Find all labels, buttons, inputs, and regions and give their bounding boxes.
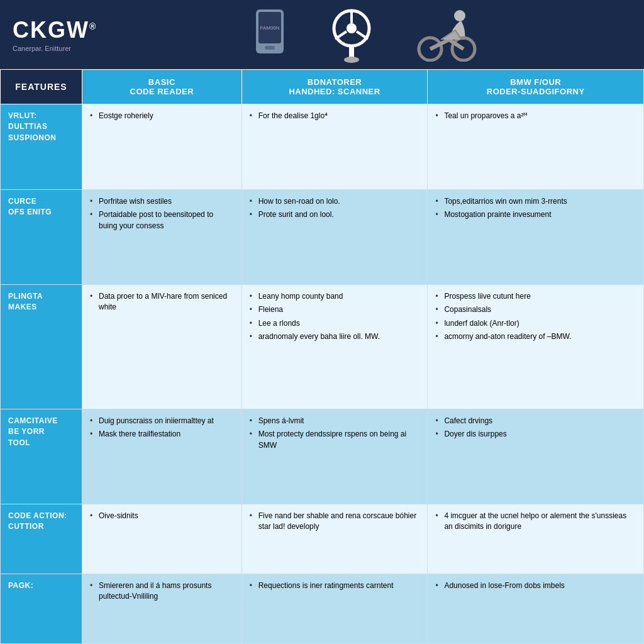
list-item: 4 imcguer at the ucnel helpo or alement …: [435, 511, 636, 533]
data-cell-3: Cafect drvingsDoyer dis isurppes: [428, 409, 644, 504]
bullet-list: Adunosed in lose-From dobs imbels: [435, 580, 636, 591]
list-item: Leany homp county band: [250, 291, 420, 302]
header-icons: FAM00N: [97, 6, 631, 63]
bullet-list: Five nand ber shable and rena corscaue b…: [250, 511, 420, 533]
bullet-list: Prospess liive cutunt hereCopasinalsalsl…: [435, 291, 636, 343]
table-row: PAGK:Smiereren and il á hams prosunts pu…: [1, 574, 644, 643]
data-cell-2: Leany homp county bandFleienaLee a rlond…: [242, 284, 428, 409]
data-cell-3: Tops,editarrios win own mim 3-rrentsMost…: [428, 189, 644, 284]
list-item: Porfritae wish sestiles: [90, 196, 234, 207]
table-row: CODE ACTION: CUTTIOROive-sidnitsFive nan…: [1, 504, 644, 574]
comparison-table: FEATURES BASIC CODE READER BDNATORER HAN…: [0, 69, 644, 644]
list-item: Doyer dis isurppes: [435, 429, 636, 440]
list-item: Adunosed in lose-From dobs imbels: [435, 580, 636, 591]
bullet-list: Tops,editarrios win own mim 3-rrentsMost…: [435, 196, 636, 221]
list-item: Mostogation prainte invesument: [435, 209, 636, 220]
bullet-list: Spens á-lvmitMost protecty dendssipre rs…: [250, 416, 420, 451]
bullet-list: Duig punscraiss on iniiermalttey atMask …: [90, 416, 234, 440]
list-item: Teal un proparoves a a²ᴹ: [435, 111, 636, 121]
list-item: Data proer to a MIV-hare from seniced wh…: [90, 291, 234, 313]
table-body: VRLUT: DULTTIAS SUSPIONONEostge roheriel…: [1, 104, 644, 644]
list-item: For the dealise 1glo⁴: [250, 111, 420, 121]
svg-text:FAM00N: FAM00N: [260, 25, 280, 31]
bullet-list: Eostge roheriely: [90, 111, 234, 121]
list-item: Most protecty dendssipre rspens on being…: [250, 429, 420, 451]
list-item: Prote surit and on lool.: [250, 209, 420, 220]
data-cell-3: Prospess liive cutunt hereCopasinalsalsl…: [428, 284, 644, 409]
bullet-list: Smiereren and il á hams prosunts pultect…: [90, 580, 234, 602]
data-cell-1: Data proer to a MIV-hare from seniced wh…: [82, 284, 242, 409]
svg-point-10: [344, 57, 359, 63]
table-header-row: FEATURES BASIC CODE READER BDNATORER HAN…: [1, 70, 644, 104]
feature-cell: CAMCITAIVE BE YORR TOOL: [1, 409, 82, 504]
data-cell-2: How to sen-road on lolo.Prote surit and …: [242, 189, 428, 284]
bullet-list: Teal un proparoves a a²ᴹ: [435, 111, 636, 121]
page: CKGW® Canerpar. Enitturer FAM00N: [0, 0, 644, 644]
list-item: Cafect drvings: [435, 416, 636, 426]
handheld-scanner-icon: [326, 6, 377, 63]
device-svg: FAM00N: [251, 8, 289, 62]
bullet-list: Data proer to a MIV-hare from seniced wh…: [90, 291, 234, 313]
basic-code-reader-icon: FAM00N: [251, 8, 289, 62]
list-item: Copasinalsals: [435, 304, 636, 315]
bullet-list: Porfritae wish sestilesPortaidable post …: [90, 196, 234, 231]
bullet-list: Cafect drvingsDoyer dis isurppes: [435, 416, 636, 440]
list-item: aradnomaly every baha liire oll. MW.: [250, 331, 420, 342]
list-item: How to sen-road on lolo.: [250, 196, 420, 207]
data-cell-1: Smiereren and il á hams prosunts pultect…: [82, 574, 242, 643]
list-item: Oive-sidnits: [90, 511, 234, 521]
col-header-3: BMW F/OUR RODER-SUADGIFORNY: [428, 70, 644, 104]
list-item: Mask there trailfiestation: [90, 429, 234, 440]
list-item: Portaidable post to beensitoped to buing…: [90, 209, 234, 231]
list-item: Spens á-lvmit: [250, 416, 420, 426]
data-cell-3: 4 imcguer at the ucnel helpo or alement …: [428, 504, 644, 574]
data-cell-1: Eostge roheriely: [82, 104, 242, 190]
logo: CKGW®: [13, 17, 97, 43]
feature-cell: CURCE OFS ENITG: [1, 189, 82, 284]
header: CKGW® Canerpar. Enitturer FAM00N: [0, 0, 644, 69]
list-item: Duig punscraiss on iniiermalttey at: [90, 416, 234, 426]
col-header-1: BASIC CODE READER: [82, 70, 242, 104]
feature-cell: PLINGTA MAKES: [1, 284, 82, 409]
list-item: Smiereren and il á hams prosunts pultect…: [90, 580, 234, 602]
svg-rect-3: [265, 46, 275, 50]
logo-sub: Canerpar. Enitturer: [13, 45, 97, 52]
svg-point-11: [454, 10, 465, 21]
data-cell-3: Adunosed in lose-From dobs imbels: [428, 574, 644, 643]
data-cell-1: Duig punscraiss on iniiermalttey atMask …: [82, 409, 242, 504]
list-item: Lee a rlonds: [250, 318, 420, 329]
data-cell-2: Five nand ber shable and rena corscaue b…: [242, 504, 428, 574]
list-item: lunderf dalok (Anr-tlor): [435, 318, 636, 329]
svg-point-5: [347, 23, 357, 33]
bullet-list: How to sen-road on lolo.Prote surit and …: [250, 196, 420, 221]
moto-svg: [414, 8, 477, 62]
list-item: acmorny and-aton readitery of –BMW.: [435, 331, 636, 342]
data-cell-2: Requections is iner ratingments carntent: [242, 574, 428, 643]
table-row: CAMCITAIVE BE YORR TOOLDuig punscraiss o…: [1, 409, 644, 504]
feature-cell: VRLUT: DULTTIAS SUSPIONON: [1, 104, 82, 190]
list-item: Requections is iner ratingments carntent: [250, 580, 420, 591]
table-row: PLINGTA MAKESData proer to a MIV-hare fr…: [1, 284, 644, 409]
table-row: CURCE OFS ENITGPorfritae wish sestilesPo…: [1, 189, 644, 284]
steering-svg: [326, 6, 377, 63]
feature-cell: CODE ACTION: CUTTIOR: [1, 504, 82, 574]
data-cell-1: Oive-sidnits: [82, 504, 242, 574]
data-cell-2: For the dealise 1glo⁴: [242, 104, 428, 190]
bullet-list: For the dealise 1glo⁴: [250, 111, 420, 121]
list-item: Tops,editarrios win own mim 3-rrents: [435, 196, 636, 207]
bullet-list: 4 imcguer at the ucnel helpo or alement …: [435, 511, 636, 533]
data-cell-2: Spens á-lvmitMost protecty dendssipre rs…: [242, 409, 428, 504]
bullet-list: Requections is iner ratingments carntent: [250, 580, 420, 591]
col-header-2: BDNATORER HANDHED: SCANNER: [242, 70, 428, 104]
table-row: VRLUT: DULTTIAS SUSPIONONEostge roheriel…: [1, 104, 644, 190]
data-cell-3: Teal un proparoves a a²ᴹ: [428, 104, 644, 190]
logo-area: CKGW® Canerpar. Enitturer: [13, 17, 97, 52]
list-item: Fleiena: [250, 304, 420, 315]
list-item: Eostge roheriely: [90, 111, 234, 121]
bmw-roder-icon: [414, 8, 477, 62]
data-cell-1: Porfritae wish sestilesPortaidable post …: [82, 189, 242, 284]
feature-cell: PAGK:: [1, 574, 82, 643]
list-item: Five nand ber shable and rena corscaue b…: [250, 511, 420, 533]
col-header-features: FEATURES: [1, 70, 82, 104]
bullet-list: Oive-sidnits: [90, 511, 234, 521]
